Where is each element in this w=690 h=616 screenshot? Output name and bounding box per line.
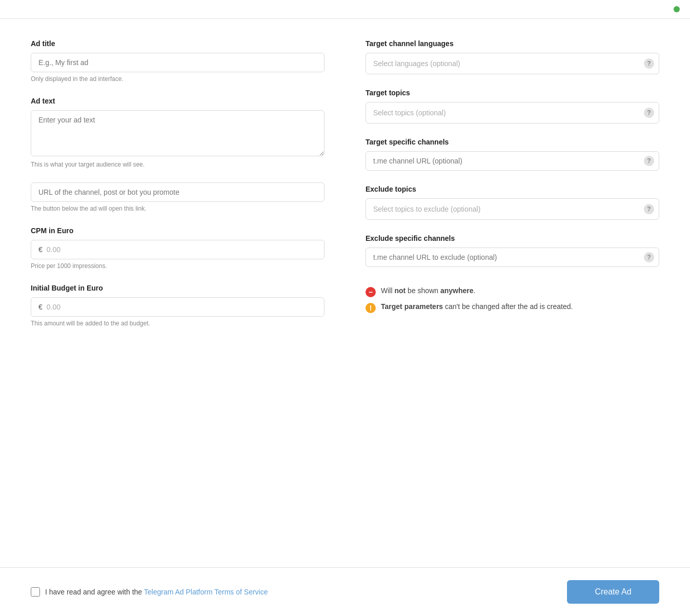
target-topics-group: Target topics Select topics (optional) ?: [366, 89, 659, 124]
target-languages-placeholder: Select languages (optional): [373, 59, 460, 68]
cpm-hint: Price per 1000 impressions.: [31, 262, 324, 270]
cpm-input-wrapper: €: [31, 240, 324, 259]
target-channels-label: Target specific channels: [366, 138, 659, 146]
initial-budget-currency-symbol: €: [38, 303, 43, 311]
exclude-topics-group: Exclude topics Select topics to exclude …: [366, 185, 659, 220]
target-channels-input-container: ?: [366, 151, 659, 171]
notice-orange-text: Target parameters can't be changed after…: [381, 302, 573, 311]
left-column: Ad title Only displayed in the ad interf…: [31, 39, 324, 547]
notice-orange-icon: !: [366, 303, 376, 313]
terms-checkbox[interactable]: [31, 587, 40, 597]
exclude-channels-input[interactable]: [366, 248, 659, 267]
target-topics-select-container: Select topics (optional) ?: [366, 102, 659, 124]
ad-url-hint: The button below the ad will open this l…: [31, 205, 324, 212]
create-ad-button[interactable]: Create Ad: [567, 580, 659, 604]
initial-budget-input[interactable]: [47, 303, 317, 311]
target-topics-help-icon[interactable]: ?: [644, 108, 654, 118]
target-languages-group: Target channel languages Select language…: [366, 39, 659, 74]
exclude-topics-help-icon[interactable]: ?: [644, 204, 654, 214]
initial-budget-group: Initial Budget in Euro € This amount wil…: [31, 284, 324, 327]
ad-text-input[interactable]: [31, 110, 324, 156]
exclude-channels-label: Exclude specific channels: [366, 234, 659, 242]
exclude-channels-input-container: ?: [366, 248, 659, 267]
target-languages-select[interactable]: Select languages (optional): [366, 53, 659, 74]
cpm-input[interactable]: [47, 245, 317, 254]
status-dot: [674, 6, 680, 12]
cpm-currency-symbol: €: [38, 245, 43, 254]
target-languages-select-container: Select languages (optional) ?: [366, 53, 659, 74]
cpm-label: CPM in Euro: [31, 227, 324, 235]
target-topics-placeholder: Select topics (optional): [373, 109, 446, 117]
exclude-channels-group: Exclude specific channels ?: [366, 234, 659, 267]
ad-url-group: The button below the ad will open this l…: [31, 182, 324, 212]
ad-text-label: Ad text: [31, 97, 324, 105]
target-topics-label: Target topics: [366, 89, 659, 97]
notice-item-orange: ! Target parameters can't be changed aft…: [366, 302, 659, 313]
bottom-bar: I have read and agree with the Telegram …: [0, 567, 690, 616]
ad-title-hint: Only displayed in the ad interface.: [31, 75, 324, 83]
target-topics-select[interactable]: Select topics (optional): [366, 102, 659, 124]
ad-title-group: Ad title Only displayed in the ad interf…: [31, 39, 324, 83]
notice-red-text: Will not be shown anywhere.: [381, 286, 475, 295]
terms-link[interactable]: Telegram Ad Platform Terms of Service: [144, 588, 268, 596]
terms-label: I have read and agree with the Telegram …: [45, 588, 268, 596]
ad-text-hint: This is what your target audience will s…: [31, 161, 324, 168]
terms-wrapper: I have read and agree with the Telegram …: [31, 587, 268, 597]
ad-text-group: Ad text This is what your target audienc…: [31, 97, 324, 168]
target-languages-label: Target channel languages: [366, 39, 659, 48]
exclude-topics-label: Exclude topics: [366, 185, 659, 193]
exclude-topics-select[interactable]: Select topics to exclude (optional): [366, 198, 659, 220]
cpm-group: CPM in Euro € Price per 1000 impressions…: [31, 227, 324, 270]
initial-budget-input-wrapper: €: [31, 297, 324, 317]
notices: − Will not be shown anywhere. ! Target p…: [366, 286, 659, 313]
right-column: Target channel languages Select language…: [366, 39, 659, 547]
initial-budget-label: Initial Budget in Euro: [31, 284, 324, 292]
notice-item-red: − Will not be shown anywhere.: [366, 286, 659, 297]
initial-budget-hint: This amount will be added to the ad budg…: [31, 320, 324, 327]
target-languages-help-icon[interactable]: ?: [644, 58, 654, 69]
target-channels-input[interactable]: [366, 151, 659, 171]
ad-title-label: Ad title: [31, 39, 324, 48]
notice-red-icon: −: [366, 287, 376, 297]
ad-title-input[interactable]: [31, 53, 324, 72]
ad-url-input[interactable]: [31, 182, 324, 202]
exclude-topics-placeholder: Select topics to exclude (optional): [373, 205, 480, 213]
exclude-channels-help-icon[interactable]: ?: [644, 252, 654, 262]
target-channels-help-icon[interactable]: ?: [644, 156, 654, 166]
exclude-topics-select-container: Select topics to exclude (optional) ?: [366, 198, 659, 220]
target-channels-group: Target specific channels ?: [366, 138, 659, 171]
